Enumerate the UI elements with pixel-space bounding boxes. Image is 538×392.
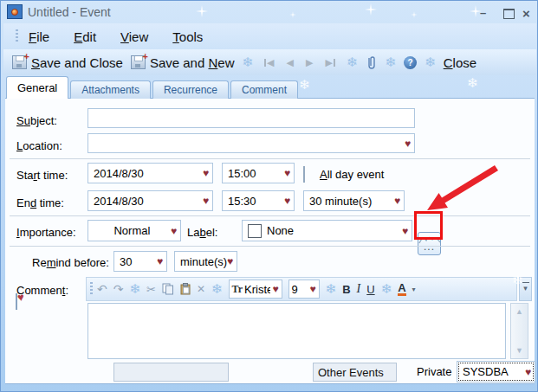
snowflake-decoration: ❄ xyxy=(512,273,523,288)
contacts-field[interactable] xyxy=(113,363,229,382)
font-color-button[interactable]: A xyxy=(398,282,405,297)
user-combobox[interactable]: SYSDBA ♥ xyxy=(457,361,535,382)
snowflake-separator-icon: ❄ xyxy=(425,55,436,70)
snowflake-separator-icon: ❄ xyxy=(381,281,392,297)
last-record-button[interactable]: ▶ xyxy=(326,57,335,68)
menu-tools[interactable]: Tools xyxy=(172,29,203,44)
font-name-combobox[interactable]: Tr Kriste ♥ xyxy=(229,280,282,299)
snowflake-separator-icon: ❄ xyxy=(386,55,397,70)
redo-icon[interactable]: ↷ xyxy=(113,283,124,295)
subject-label: Subject: xyxy=(16,114,57,127)
paste-icon[interactable] xyxy=(180,283,191,295)
snowflake-decoration: ❄ xyxy=(8,75,16,87)
user-value: SYSDBA xyxy=(463,365,525,378)
importance-combobox[interactable]: Normal ♥ xyxy=(88,220,181,241)
window-title: Untitled - Event xyxy=(28,5,111,19)
end-time-combobox[interactable]: 15:30 ♥ xyxy=(222,190,295,211)
record-navigation: ◀ ◀ ▶ ▶ xyxy=(264,57,335,68)
paperclip-icon xyxy=(366,55,378,70)
subject-input[interactable] xyxy=(88,108,415,128)
end-time-value: 15:30 xyxy=(228,195,284,208)
start-date-combobox[interactable]: 2014/8/30 ♥ xyxy=(88,163,213,183)
dropdown-heart-icon[interactable]: ♥ xyxy=(284,196,290,206)
comment-textarea[interactable] xyxy=(88,303,506,359)
dropdown-heart-icon[interactable]: ♥ xyxy=(284,168,290,178)
maximize-button[interactable] xyxy=(503,9,515,19)
sparkle-decoration xyxy=(470,5,482,17)
remind-before-label[interactable]: Remind before: xyxy=(32,256,109,269)
scroll-up-icon[interactable]: ▲ xyxy=(511,307,528,316)
all-day-label[interactable]: All day event xyxy=(320,168,384,181)
duration-combobox[interactable]: 30 minute(s) ♥ xyxy=(303,190,405,211)
dropdown-heart-icon[interactable]: ♥ xyxy=(394,196,400,206)
category-field[interactable]: Other Events xyxy=(313,363,397,382)
dropdown-heart-icon[interactable]: ♥ xyxy=(203,196,209,206)
label-value: None xyxy=(267,224,402,237)
sparkle-decoration xyxy=(365,3,377,16)
dropdown-heart-icon[interactable]: ♥ xyxy=(405,138,411,149)
snowflake-decoration: ❄ xyxy=(299,77,310,93)
toolbar-grip[interactable] xyxy=(90,282,93,296)
first-record-button[interactable]: ◀ xyxy=(264,57,274,68)
close-button[interactable]: × xyxy=(522,6,530,21)
copy-icon[interactable] xyxy=(162,283,174,295)
delete-icon[interactable]: ✕ xyxy=(197,284,205,294)
save-close-icon: + xyxy=(12,55,27,69)
tab-recurrence[interactable]: Recurrence xyxy=(152,80,229,99)
all-day-checkbox[interactable] xyxy=(303,166,305,183)
help-button[interactable]: ? xyxy=(404,56,417,69)
attachment-button[interactable] xyxy=(366,55,378,70)
font-size-combobox[interactable]: 9 ♥ xyxy=(288,280,320,299)
importance-value: Normal xyxy=(94,224,171,237)
undo-icon[interactable]: ↶ xyxy=(97,283,107,295)
bold-button[interactable]: B xyxy=(342,284,350,295)
next-record-button[interactable]: ▶ xyxy=(306,57,313,68)
cut-icon[interactable]: ✂ xyxy=(146,284,156,295)
menu-view[interactable]: View xyxy=(120,29,148,44)
dropdown-heart-icon[interactable]: ♥ xyxy=(272,284,278,294)
menu-edit[interactable]: Edit xyxy=(74,29,96,44)
main-toolbar: + Save and Close + Save and New ❄ ◀ ◀ ▶ … xyxy=(3,49,536,75)
scroll-down-icon[interactable]: ▼ xyxy=(511,346,528,355)
snowflake-decoration: ❄ xyxy=(467,75,478,91)
underline-button[interactable]: U xyxy=(366,284,374,295)
italic-button[interactable]: I xyxy=(357,283,361,295)
menu-bar: File Edit View Tools xyxy=(3,23,536,49)
dropdown-heart-icon[interactable]: ♥ xyxy=(171,226,177,236)
comment-scrollbar[interactable]: ▲ ▼ xyxy=(510,303,528,359)
dropdown-heart-icon[interactable]: ♥ xyxy=(227,256,233,267)
location-combobox[interactable]: ♥ xyxy=(88,133,415,153)
tab-strip: General Attachments Recurrence Comment xyxy=(6,76,298,99)
separator xyxy=(10,246,530,247)
tab-comment[interactable]: Comment xyxy=(230,80,298,99)
dropdown-heart-icon[interactable]: ♥ xyxy=(525,367,531,377)
dropdown-heart-icon[interactable]: ♥ xyxy=(402,226,408,236)
toolbar-grip[interactable] xyxy=(16,29,18,43)
save-new-icon: + xyxy=(131,55,146,69)
label-color-swatch xyxy=(248,224,262,238)
font-color-caret-icon[interactable]: ▾ xyxy=(412,286,416,293)
duration-value: 30 minute(s) xyxy=(309,195,394,208)
snowflake-separator-icon: ❄ xyxy=(243,55,254,70)
overflow-caret-icon: ▾ xyxy=(523,284,528,292)
tab-attachments[interactable]: Attachments xyxy=(70,80,151,99)
remind-unit-combobox[interactable]: minute(s) ♥ xyxy=(174,251,237,272)
titlebar[interactable]: Untitled - Event – × xyxy=(1,1,537,23)
previous-record-button[interactable]: ◀ xyxy=(287,57,294,68)
dropdown-heart-icon[interactable]: ♥ xyxy=(203,168,209,178)
remind-unit-value: minute(s) xyxy=(180,255,227,268)
save-and-new-button[interactable]: + Save and New xyxy=(131,55,235,70)
font-name-value: Kriste xyxy=(244,283,270,296)
save-and-close-button[interactable]: + Save and Close xyxy=(12,55,123,70)
label-combobox[interactable]: None ♥ xyxy=(242,220,412,241)
label-label: Label: xyxy=(187,226,217,239)
close-toolbar-button[interactable]: Close xyxy=(444,55,476,70)
end-date-combobox[interactable]: 2014/8/30 ♥ xyxy=(88,190,213,211)
start-time-combobox[interactable]: 15:00 ♥ xyxy=(222,163,295,183)
separator xyxy=(10,158,530,159)
private-label[interactable]: Private xyxy=(417,365,451,378)
dropdown-heart-icon[interactable]: ♥ xyxy=(309,284,315,294)
menu-file[interactable]: File xyxy=(29,29,49,44)
dropdown-heart-icon[interactable]: ♥ xyxy=(157,256,163,267)
remind-value-combobox[interactable]: 30 ♥ xyxy=(113,251,167,272)
